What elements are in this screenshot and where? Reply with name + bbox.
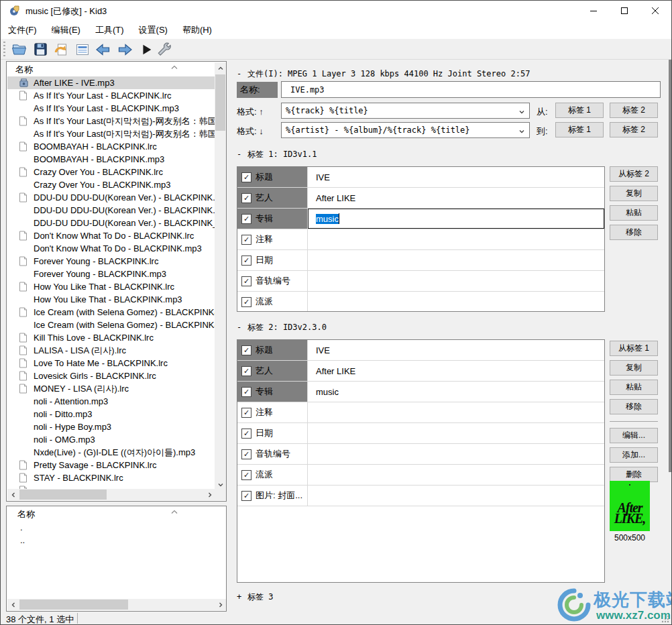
tag2-button-2[interactable]: 粘贴 <box>610 380 658 395</box>
frame-value-cell[interactable] <box>308 423 604 443</box>
checkbox[interactable]: ✓ <box>241 345 251 355</box>
frame-value-cell[interactable]: music <box>308 209 604 229</box>
resize-grip-icon[interactable] <box>661 614 669 625</box>
dir-list-column-header[interactable]: 名称 <box>7 506 226 520</box>
file-list-item[interactable]: STAY - BLACKPINK.lrc <box>7 471 215 484</box>
checkbox[interactable]: ✓ <box>241 235 251 245</box>
horizontal-scroll-thumb[interactable] <box>19 490 107 500</box>
file-list-item[interactable]: Ice Cream (with Selena Gomez) - BLACKPIN… <box>7 319 215 331</box>
dir-list-horizontal-scrollbar[interactable] <box>7 599 226 610</box>
file-list-item[interactable]: Forever Young - BLACKPINK.mp3 <box>7 268 215 280</box>
file-list-item[interactable]: Kill This Love - BLACKPINK.lrc <box>7 331 215 344</box>
tag1-row-6[interactable]: ✓流派 <box>237 292 604 312</box>
file-list-item[interactable]: DDU-DU DDU-DU(Korean Ver.) - BLACKPINK.m <box>7 204 215 217</box>
file-list-item[interactable]: As If It's Your Last(마지막처럼)-网友别名：韩国证 <box>7 127 215 140</box>
checkbox[interactable]: ✓ <box>241 387 251 397</box>
menu-item-4[interactable]: 帮助(H) <box>175 21 219 39</box>
tag2-row-1[interactable]: ✓艺人After LIKE <box>237 361 604 382</box>
filename-input[interactable]: IVE.mp3 <box>281 81 661 98</box>
checkbox[interactable]: ✓ <box>241 214 251 224</box>
checkbox[interactable]: ✓ <box>241 449 251 459</box>
checkbox[interactable]: ✓ <box>241 193 251 203</box>
go-back-button[interactable] <box>93 40 113 58</box>
scroll-left-icon[interactable] <box>7 599 19 610</box>
frame-value-cell[interactable]: After LIKE <box>308 361 604 381</box>
menu-item-1[interactable]: 编辑(E) <box>44 21 88 39</box>
file-list-item[interactable]: DDU-DU DDU-DU(Korean Ver.) - BLACKPINK_1 <box>7 217 215 229</box>
file-list-item[interactable]: As If It's Your Last - BLACKPINK.mp3 <box>7 102 215 115</box>
file-list-item[interactable]: BOOMBAYAH - BLACKPINK.mp3 <box>7 153 215 166</box>
save-button[interactable] <box>30 40 50 58</box>
file-list-item[interactable]: noli - Hype Boy.mp3 <box>7 420 215 433</box>
tag1-button-2[interactable]: 粘贴 <box>610 205 658 221</box>
file-list-item[interactable]: noli - Ditto.mp3 <box>7 408 215 420</box>
tag2-row-5[interactable]: ✓音轨编号 <box>237 444 604 465</box>
tag1-button-3[interactable]: 移除 <box>610 225 658 240</box>
tag2-row-2[interactable]: ✓专辑music <box>237 382 604 402</box>
file-list-item[interactable]: Don't Know What To Do - BLACKPINK.lrc <box>7 229 215 242</box>
scroll-left-icon[interactable] <box>7 489 19 500</box>
file-list-item[interactable]: Don't Know What To Do - BLACKPINK.mp3 <box>7 242 215 255</box>
frame-value-cell[interactable]: music <box>308 382 604 402</box>
frame-value-cell[interactable]: IVE <box>308 167 604 187</box>
horizontal-scroll-thumb[interactable] <box>19 600 128 610</box>
tag1-row-3[interactable]: ✓注释 <box>237 229 604 250</box>
frame-value-cell[interactable] <box>308 444 604 464</box>
frame-value-cell[interactable] <box>308 486 604 506</box>
file-list-item[interactable]: After LIKE - IVE.mp3 <box>7 76 215 89</box>
tag2-section-header[interactable]: -标签 2: ID3v2.3.0 <box>237 322 327 333</box>
file-list-item[interactable]: Lovesick Girls - BLACKPINK.lrc <box>7 370 215 382</box>
file-list-column-header[interactable]: 名称 <box>7 62 226 75</box>
checkbox[interactable]: ✓ <box>241 429 251 439</box>
inline-edit-field[interactable]: music <box>308 209 604 229</box>
tag2-row-3[interactable]: ✓注释 <box>237 402 604 423</box>
file-list-item[interactable]: Crazy Over You - BLACKPINK.mp3 <box>7 178 215 191</box>
close-button[interactable] <box>640 1 671 21</box>
file-list-item[interactable]: How You Like That - BLACKPINK.mp3 <box>7 293 215 306</box>
tag2-row-7[interactable]: ✓图片: 封面... <box>237 486 604 506</box>
tag1-button-0[interactable]: 从标签 2 <box>610 166 658 182</box>
format-from-combobox[interactable]: %{track} %{title} <box>281 103 530 119</box>
tag2-button-0[interactable]: 从标签 1 <box>610 341 658 356</box>
frame-value-cell[interactable] <box>308 250 604 270</box>
file-list-item[interactable]: Ice Cream (with Selena Gomez) - BLACKPIN… <box>7 306 215 319</box>
tag2-row-0[interactable]: ✓标题IVE <box>237 340 604 361</box>
checkbox[interactable]: ✓ <box>241 276 251 286</box>
file-list-item[interactable]: Nxde(Live) - (G)I-DLE ((여자)아이들).mp3 <box>7 446 215 459</box>
file-list-item[interactable]: As If It's Your Last - BLACKPINK.lrc <box>7 89 215 102</box>
tag2-button-3[interactable]: 移除 <box>610 399 658 414</box>
file-list-item[interactable]: How You Like That - BLACKPINK.lrc <box>7 280 215 293</box>
file-list-item[interactable]: noli - Attention.mp3 <box>7 395 215 408</box>
vertical-scroll-thumb[interactable] <box>215 74 225 131</box>
file-list-item[interactable]: Crazy Over You - BLACKPINK.lrc <box>7 166 215 178</box>
file-list-item[interactable]: MONEY - LISA (리사).lrc <box>7 382 215 395</box>
tag1-button-1[interactable]: 复制 <box>610 186 658 201</box>
checkbox[interactable]: ✓ <box>241 172 251 182</box>
checkbox[interactable]: ✓ <box>241 491 251 501</box>
tag1-row-1[interactable]: ✓艺人After LIKE <box>237 188 604 209</box>
menu-item-3[interactable]: 设置(S) <box>131 21 175 39</box>
tag1-section-header[interactable]: -标签 1: ID3v1.1 <box>237 149 317 160</box>
tag1-row-2[interactable]: ✓专辑music <box>237 209 604 229</box>
checkbox[interactable]: ✓ <box>241 255 251 266</box>
tag2-edit-button-1[interactable]: 添加... <box>610 447 658 463</box>
menu-item-0[interactable]: 文件(F) <box>1 21 44 39</box>
scroll-right-icon[interactable] <box>215 599 226 610</box>
frame-value-cell[interactable] <box>308 402 604 422</box>
maximize-button[interactable] <box>609 1 640 21</box>
tag2-row-6[interactable]: ✓流派 <box>237 465 604 486</box>
directory-item[interactable]: . <box>7 521 215 534</box>
to-tag2-button[interactable]: 标签 2 <box>610 122 658 137</box>
frame-value-cell[interactable] <box>308 465 604 485</box>
scroll-up-icon[interactable] <box>215 62 226 74</box>
file-list-item[interactable]: Pretty Savage - BLACKPINK.lrc <box>7 459 215 471</box>
frame-value-cell[interactable]: IVE <box>308 340 604 360</box>
from-tag2-button[interactable]: 标签 2 <box>610 103 658 118</box>
file-properties-button[interactable] <box>72 40 92 58</box>
album-art-thumbnail[interactable]: After LIKE, <box>610 481 650 531</box>
file-list-item[interactable]: noli - OMG.mp3 <box>7 433 215 446</box>
checkbox[interactable]: ✓ <box>241 470 251 480</box>
tag2-edit-button-0[interactable]: 编辑... <box>610 428 658 443</box>
frame-value-cell[interactable]: After LIKE <box>308 188 604 208</box>
configure-button[interactable] <box>154 40 174 58</box>
